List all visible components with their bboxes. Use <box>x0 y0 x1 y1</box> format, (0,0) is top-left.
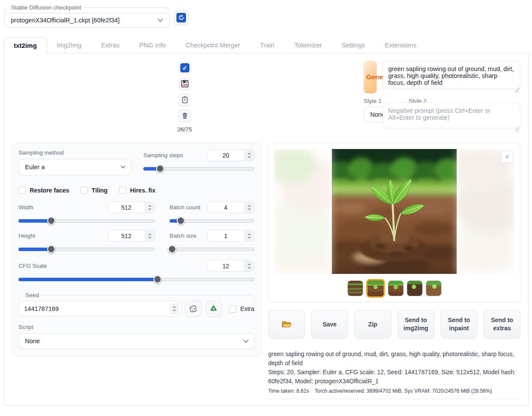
read-generation-params-button[interactable] <box>179 62 191 74</box>
options-row: Restore faces Tiling Hires. fix <box>19 186 254 194</box>
sampling-steps-slider[interactable] <box>143 165 254 173</box>
tiling-checkbox[interactable]: Tiling <box>80 186 108 194</box>
clear-prompt-button[interactable] <box>179 109 191 122</box>
extra-seed-checkbox[interactable]: Extra <box>229 305 254 313</box>
results-column: × <box>268 143 520 399</box>
dice-icon <box>189 304 198 313</box>
batch-count-group: Batch count <box>170 202 254 225</box>
frame-border <box>19 295 254 301</box>
stepper-arrows[interactable] <box>145 202 155 213</box>
arrow-down-left-icon <box>180 63 189 72</box>
floppy-disk-icon <box>181 80 189 87</box>
batch-count-input[interactable] <box>207 202 244 213</box>
close-gallery-button[interactable]: × <box>501 151 513 163</box>
random-seed-button[interactable] <box>185 301 201 317</box>
negative-prompt-input[interactable] <box>383 102 520 128</box>
tab-img2img[interactable]: img2img <box>47 37 91 53</box>
folder-icon <box>281 320 292 329</box>
send-to-extras-button[interactable]: Send to extras <box>484 310 520 338</box>
tab-settings[interactable]: Settings <box>332 37 375 53</box>
stepper-arrows[interactable] <box>244 230 254 241</box>
cfg-group: CFG Scale <box>19 260 254 283</box>
tab-extras[interactable]: Extras <box>91 37 130 53</box>
height-slider[interactable] <box>19 245 155 253</box>
zip-button[interactable]: Zip <box>354 310 391 338</box>
sampling-method-value: Euler a <box>25 164 45 171</box>
chevron-down-icon <box>121 165 126 169</box>
stepper-arrows[interactable] <box>170 303 179 314</box>
resize-grip[interactable] <box>514 88 519 93</box>
batch-size-input[interactable] <box>207 230 244 241</box>
styles-row: Style 1 None Style 2 None <box>364 98 377 122</box>
send-to-img2img-button[interactable]: Send to img2img <box>398 310 434 338</box>
apply-style-button[interactable] <box>179 93 191 106</box>
script-dropdown[interactable]: None <box>19 333 254 349</box>
resize-grip[interactable] <box>514 127 519 131</box>
dimensions-grid: Width <box>19 202 254 253</box>
thumbnail-2-selected[interactable] <box>366 279 385 298</box>
height-group: Height <box>19 230 155 253</box>
height-input[interactable] <box>108 230 145 241</box>
generated-image[interactable] <box>332 149 457 274</box>
sampling-steps-input[interactable] <box>207 150 244 161</box>
info-time-taken: Time taken: 8.62s <box>268 388 309 394</box>
clipboard-icon <box>181 96 189 103</box>
thumbnail-4[interactable] <box>407 280 423 296</box>
main-tabs: txt2img img2img Extras PNG Info Checkpoi… <box>3 37 529 53</box>
width-slider[interactable] <box>19 217 155 225</box>
checkpoint-label: Stable Diffusion checkpoint <box>9 4 84 11</box>
txt2img-panel: green sapling rowing out of ground, mud,… <box>3 53 529 406</box>
batch-size-slider[interactable] <box>170 245 254 253</box>
prompt-input[interactable]: green sapling rowing out of ground, mud,… <box>383 61 520 89</box>
thumbnail-3[interactable] <box>388 280 404 296</box>
tab-extensions[interactable]: Extensions <box>375 37 426 53</box>
open-folder-button[interactable] <box>268 310 305 338</box>
width-number <box>108 202 155 213</box>
reuse-seed-button[interactable] <box>205 301 222 317</box>
sampling-steps-group: Sampling steps <box>143 149 254 175</box>
cfg-slider[interactable] <box>19 275 254 283</box>
refresh-checkpoint-button[interactable] <box>174 10 189 25</box>
save-button[interactable]: Save <box>311 310 348 338</box>
cfg-number <box>207 260 254 272</box>
hires-fix-checkbox[interactable]: Hires. fix <box>119 186 155 194</box>
sampling-steps-number <box>207 149 254 161</box>
gallery-blur-left <box>274 149 332 274</box>
stepper-arrows[interactable] <box>145 230 155 241</box>
cfg-input[interactable] <box>207 261 244 271</box>
tab-txt2img[interactable]: txt2img <box>3 37 47 53</box>
checkbox-box <box>119 186 126 194</box>
stepper-arrows[interactable] <box>244 202 254 213</box>
checkbox-box <box>229 305 236 313</box>
sampling-method-label: Sampling method <box>19 149 131 156</box>
tab-checkpoint-merger[interactable]: Checkpoint Merger <box>176 37 250 53</box>
send-to-inpaint-button[interactable]: Send to inpaint <box>441 310 477 338</box>
stepper-arrows[interactable] <box>244 150 254 161</box>
sampling-method-dropdown[interactable]: Euler a <box>19 159 131 175</box>
prompt-wrap: green sapling rowing out of ground, mud,… <box>383 61 520 94</box>
script-group: Script None <box>19 324 254 349</box>
stepper-arrows[interactable] <box>244 261 254 271</box>
generation-info: green sapling rowing out of ground, mud,… <box>268 350 520 399</box>
batch-count-slider[interactable] <box>170 217 254 225</box>
restore-faces-checkbox[interactable]: Restore faces <box>19 186 69 194</box>
gallery-thumbnails <box>274 279 515 298</box>
generate-button[interactable]: Generate <box>364 61 377 93</box>
width-group: Width <box>19 202 155 225</box>
restore-faces-label: Restore faces <box>30 187 69 194</box>
seed-label: Seed <box>23 292 41 298</box>
tab-png-info[interactable]: PNG Info <box>130 37 176 53</box>
seed-field: Seed <box>19 292 254 317</box>
seed-number <box>19 301 181 317</box>
tab-tokenizer[interactable]: Tokenizer <box>285 37 332 53</box>
thumbnail-5[interactable] <box>426 280 442 296</box>
checkpoint-dropdown[interactable]: protogenX34OfficialR_1.ckpt [60fe2f34] <box>4 13 170 28</box>
app-root: Stable Diffusion checkpoint protogenX34O… <box>0 0 532 416</box>
thumbnail-1[interactable] <box>347 280 363 296</box>
width-input[interactable] <box>108 202 145 213</box>
height-label: Height <box>19 233 35 239</box>
script-value: None <box>25 338 40 345</box>
tab-train[interactable]: Train <box>250 37 285 53</box>
save-style-button[interactable] <box>179 78 191 90</box>
seed-input[interactable] <box>19 301 170 316</box>
